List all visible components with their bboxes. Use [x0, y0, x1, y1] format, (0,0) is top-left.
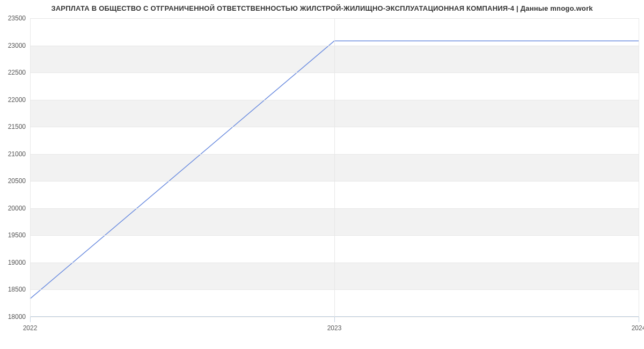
y-tick-label: 21000	[8, 150, 26, 158]
x-tick-label: 2023	[327, 324, 342, 332]
x-tick-mark	[639, 317, 639, 322]
x-tick-label: 2024	[632, 324, 644, 332]
x-gridline	[334, 18, 335, 317]
plot-area: 1800018500190001950020000205002100021500…	[30, 18, 639, 317]
x-tick-label: 2022	[23, 324, 38, 332]
y-tick-label: 23500	[8, 14, 26, 22]
y-tick-label: 19500	[8, 231, 26, 239]
chart-container: ЗАРПЛАТА В ОБЩЕСТВО С ОТГРАНИЧЕННОЙ ОТВЕ…	[0, 0, 644, 349]
x-gridline	[639, 18, 639, 317]
y-tick-label: 20500	[8, 177, 26, 185]
y-tick-label: 22500	[8, 69, 26, 76]
y-tick-label: 23000	[8, 42, 26, 49]
y-tick-label: 20000	[8, 205, 26, 212]
y-tick-label: 22000	[8, 96, 26, 104]
y-tick-label: 21500	[8, 123, 26, 130]
y-tick-label: 18500	[8, 286, 26, 293]
y-tick-label: 19000	[8, 259, 26, 266]
chart-title: ЗАРПЛАТА В ОБЩЕСТВО С ОТГРАНИЧЕННОЙ ОТВЕ…	[0, 4, 644, 12]
x-tick-mark	[30, 317, 31, 322]
x-tick-mark	[334, 317, 335, 322]
x-gridline	[30, 18, 31, 317]
y-tick-label: 18000	[8, 313, 26, 321]
